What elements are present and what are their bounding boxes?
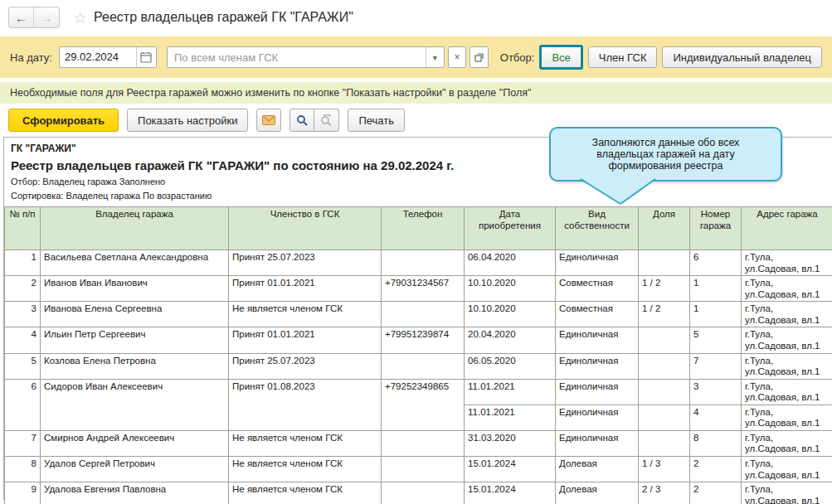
cell-garage[interactable]: 6	[690, 250, 742, 276]
cell-type[interactable]: Единоличная	[556, 353, 639, 379]
cell-num[interactable]: 7	[5, 430, 41, 456]
date-field[interactable]: 29.02.2024	[59, 46, 157, 68]
cell-num[interactable]: 2	[5, 276, 41, 302]
generate-button[interactable]: Сформировать	[8, 109, 119, 132]
cell-garage[interactable]: 8	[690, 430, 742, 456]
cell-share[interactable]: 1 / 2	[639, 276, 690, 302]
cell-garage[interactable]: 2	[690, 482, 742, 504]
cell-type[interactable]: Долевая	[556, 482, 639, 504]
open-list-button[interactable]	[470, 46, 488, 68]
cell-share[interactable]	[639, 327, 690, 353]
cell-num[interactable]: 3	[5, 302, 41, 327]
cell-type[interactable]: Единоличная	[556, 327, 639, 353]
cell-address[interactable]: г.Тула, ул.Садовая, вл.1	[742, 250, 832, 276]
cell-share[interactable]	[639, 353, 690, 379]
cell-num[interactable]: 6	[5, 379, 41, 430]
cell-garage[interactable]: 1	[690, 302, 742, 327]
cell-membership[interactable]: Принят 01.08.2023	[229, 379, 382, 430]
cell-address[interactable]: г.Тула, ул.Садовая, вл.1	[742, 276, 832, 302]
cell-type[interactable]: Долевая	[556, 457, 639, 482]
cell-share[interactable]	[639, 405, 690, 430]
col-header-date[interactable]: Дата приобретения	[465, 207, 556, 250]
cell-owner[interactable]: Иванова Елена Сергеевна	[41, 302, 229, 327]
send-email-button[interactable]	[256, 109, 281, 132]
col-header-phone[interactable]: Телефон	[382, 207, 465, 250]
member-filter-combobox[interactable]: По всем членам ГСК ▾	[167, 46, 445, 68]
search-refresh-button[interactable]	[314, 109, 339, 132]
cell-address[interactable]: г.Тула, ул.Садовая, вл.1	[742, 430, 832, 456]
cell-share[interactable]: 2 / 3	[639, 482, 690, 504]
cell-owner[interactable]: Смирнов Андрей Алексеевич	[41, 430, 229, 456]
cell-address[interactable]: г.Тула, ул.Садовая, вл.1	[742, 302, 832, 327]
cell-share[interactable]: 1 / 3	[639, 457, 690, 482]
cell-type[interactable]: Единоличная	[556, 405, 639, 430]
cell-date[interactable]: 06.05.2020	[465, 353, 556, 379]
cell-date[interactable]: 10.10.2020	[465, 302, 556, 327]
cell-type[interactable]: Единоличная	[556, 430, 639, 456]
cell-garage[interactable]: 7	[690, 353, 742, 379]
cell-date[interactable]: 06.04.2020	[465, 250, 556, 276]
cell-membership[interactable]: Принят 25.07.2023	[229, 353, 382, 379]
cell-membership[interactable]: Не является членом ГСК	[229, 482, 382, 504]
cell-garage[interactable]: 2	[690, 457, 742, 482]
col-header-owner[interactable]: Владелец гаража	[41, 207, 229, 250]
cell-type[interactable]: Единоличная	[556, 250, 639, 276]
cell-phone[interactable]: +79252349865	[382, 379, 465, 430]
cell-share[interactable]	[639, 430, 690, 456]
calendar-icon[interactable]	[136, 47, 156, 67]
cell-garage[interactable]: 3	[690, 379, 742, 405]
cell-date[interactable]: 11.01.2021	[465, 405, 556, 430]
cell-membership[interactable]: Принят 25.07.2023	[229, 250, 382, 276]
col-header-type[interactable]: Вид собственности	[556, 207, 639, 250]
cell-address[interactable]: г.Тула, ул.Садовая, вл.1	[742, 405, 832, 430]
cell-owner[interactable]: Васильева Светлана Александровна	[41, 250, 229, 276]
cell-membership[interactable]: Не является членом ГСК	[229, 430, 382, 456]
cell-owner[interactable]: Удалов Сергей Петрович	[41, 457, 229, 482]
search-button[interactable]	[289, 109, 314, 132]
cell-owner[interactable]: Козлова Елена Петровна	[41, 353, 229, 379]
cell-share[interactable]: 1 / 2	[639, 302, 690, 327]
cell-num[interactable]: 8	[5, 457, 41, 482]
cell-garage[interactable]: 1	[690, 276, 742, 302]
cell-owner[interactable]: Удалова Евгения Павловна	[41, 482, 229, 504]
date-value[interactable]: 29.02.2024	[60, 47, 136, 67]
cell-address[interactable]: г.Тула, ул.Садовая, вл.1	[742, 353, 832, 379]
cell-membership[interactable]: Принят 01.01.2021	[229, 327, 382, 353]
forward-button[interactable]: →	[34, 7, 59, 27]
col-header-membership[interactable]: Членство в ГСК	[229, 207, 382, 250]
cell-num[interactable]: 1	[5, 250, 41, 276]
cell-date[interactable]: 31.03.2020	[465, 430, 556, 456]
cell-owner[interactable]: Ильин Петр Сергеевич	[41, 327, 229, 353]
clear-filter-button[interactable]: ×	[448, 46, 466, 68]
cell-phone[interactable]	[382, 457, 465, 482]
cell-phone[interactable]: +79031234567	[382, 276, 465, 302]
cell-membership[interactable]: Принят 01.01.2021	[229, 276, 382, 302]
cell-address[interactable]: г.Тула, ул.Садовая, вл.1	[742, 457, 832, 482]
cell-phone[interactable]	[382, 482, 465, 504]
cell-address[interactable]: г.Тула, ул.Садовая, вл.1	[742, 482, 832, 504]
cell-garage[interactable]: 5	[690, 327, 742, 353]
cell-type[interactable]: Совместная	[556, 276, 639, 302]
cell-phone[interactable]: +79951239874	[382, 327, 465, 353]
cell-share[interactable]	[639, 250, 690, 276]
cell-share[interactable]	[639, 379, 690, 405]
cell-num[interactable]: 4	[5, 327, 41, 353]
col-header-garage[interactable]: Номер гаража	[690, 207, 742, 250]
cell-date[interactable]: 11.01.2021	[465, 379, 556, 405]
chevron-down-icon[interactable]: ▾	[426, 47, 444, 67]
cell-phone[interactable]	[382, 250, 465, 276]
back-button[interactable]: ←	[9, 7, 34, 27]
cell-date[interactable]: 15.01.2024	[465, 457, 556, 482]
cell-num[interactable]: 5	[5, 353, 41, 379]
cell-num[interactable]: 9	[5, 482, 41, 504]
cell-phone[interactable]	[382, 430, 465, 456]
cell-date[interactable]: 15.01.2024	[465, 482, 556, 504]
cell-address[interactable]: г.Тула, ул.Садовая, вл.1	[742, 379, 832, 405]
cell-membership[interactable]: Не является членом ГСК	[229, 302, 382, 327]
cell-membership[interactable]: Не является членом ГСК	[229, 457, 382, 482]
col-header-address[interactable]: Адрес гаража	[742, 207, 832, 250]
cell-garage[interactable]: 4	[690, 405, 742, 430]
cell-owner[interactable]: Сидоров Иван Алексеевич	[41, 379, 229, 430]
col-header-num[interactable]: № п/п	[5, 207, 41, 250]
favorite-star-icon[interactable]: ☆	[73, 8, 87, 27]
